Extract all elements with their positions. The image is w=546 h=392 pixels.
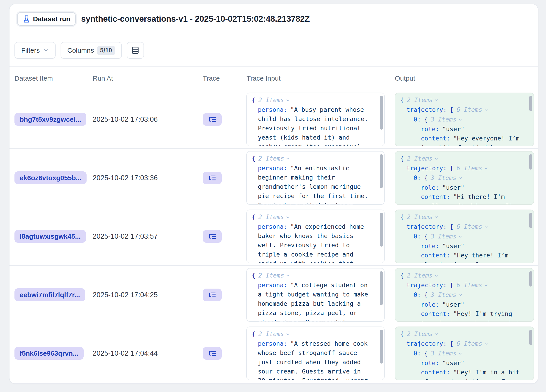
json-key: persona: bbox=[258, 164, 287, 172]
list-tree-icon bbox=[208, 349, 216, 358]
table-header: Dataset Item Run At Trace Trace Input Ou… bbox=[9, 66, 538, 90]
json-key: 0: bbox=[414, 233, 421, 240]
chevron-down-icon bbox=[434, 331, 439, 338]
dataset-item-link[interactable]: f5nk6lse963qrvn... bbox=[14, 347, 84, 360]
collapse-toggle[interactable]: 2 Items bbox=[258, 96, 290, 103]
trace-input-json[interactable]: {2 Items persona:"An experienced home ba… bbox=[246, 209, 385, 263]
list-tree-icon bbox=[208, 291, 216, 299]
json-key: content: bbox=[421, 369, 450, 376]
open-brace: { bbox=[424, 233, 428, 240]
columns-button-label: Columns bbox=[67, 46, 94, 54]
trace-button[interactable] bbox=[203, 230, 222, 243]
scrollbar-thumb[interactable] bbox=[529, 154, 532, 170]
open-brace: { bbox=[252, 330, 255, 337]
open-brace: { bbox=[400, 272, 404, 279]
scrollbar-thumb[interactable] bbox=[380, 271, 383, 305]
dataset-item-link[interactable]: l8agtuwxisgwk45... bbox=[14, 230, 86, 243]
trace-input-json[interactable]: {2 Items persona:"A college student on a… bbox=[246, 268, 385, 322]
collapse-toggle[interactable]: 2 Items bbox=[407, 272, 439, 279]
json-key: persona: bbox=[258, 282, 287, 289]
chevron-down-icon bbox=[458, 292, 463, 299]
collapse-toggle[interactable]: 6 Items bbox=[456, 340, 488, 347]
trace-input-json[interactable]: {2 Items persona:"A stressed home cook w… bbox=[246, 327, 385, 380]
open-brace: { bbox=[424, 116, 428, 123]
scrollbar-thumb[interactable] bbox=[529, 96, 532, 111]
scrollbar-thumb[interactable] bbox=[529, 271, 532, 287]
collapse-toggle[interactable]: 2 Items bbox=[407, 213, 439, 220]
scrollbar-thumb[interactable] bbox=[380, 96, 383, 130]
chevron-down-icon bbox=[434, 97, 439, 104]
row-height-button[interactable] bbox=[127, 42, 144, 59]
table-row: eebwi7mfil7lqlf7r... 2025-10-02 17:04:25… bbox=[9, 266, 538, 324]
collapse-toggle[interactable]: 2 Items bbox=[407, 155, 439, 162]
json-key: 0: bbox=[414, 174, 421, 181]
columns-button[interactable]: Columns 5/10 bbox=[61, 42, 122, 59]
collapse-toggle[interactable]: 6 Items bbox=[456, 223, 488, 230]
open-brace: { bbox=[424, 291, 428, 298]
open-brace: { bbox=[400, 96, 404, 103]
table-row: l8agtuwxisgwk45... 2025-10-02 17:03:57 {… bbox=[9, 207, 538, 266]
collapse-toggle[interactable]: 3 Items bbox=[431, 174, 463, 181]
scrollbar-thumb[interactable] bbox=[529, 213, 532, 228]
chevron-down-icon bbox=[484, 224, 488, 231]
collapse-toggle[interactable]: 6 Items bbox=[456, 164, 488, 172]
chevron-down-icon bbox=[484, 282, 488, 289]
json-key: trajectory: bbox=[406, 164, 447, 172]
open-brace: { bbox=[400, 213, 404, 220]
collapse-toggle[interactable]: 2 Items bbox=[258, 213, 290, 220]
scrollbar-thumb[interactable] bbox=[529, 330, 532, 345]
column-header-trace-input: Trace Input bbox=[241, 75, 392, 82]
chevron-down-icon bbox=[43, 47, 49, 53]
collapse-toggle[interactable]: 2 Items bbox=[407, 96, 439, 103]
trace-input-json[interactable]: {2 Items persona:"An enthusiastic beginn… bbox=[246, 151, 385, 205]
scrollbar-thumb[interactable] bbox=[380, 213, 383, 247]
chevron-down-icon bbox=[286, 155, 290, 162]
dataset-item-link[interactable]: eebwi7mfil7lqlf7r... bbox=[14, 288, 85, 301]
collapse-toggle[interactable]: 3 Items bbox=[431, 116, 463, 123]
collapse-toggle[interactable]: 6 Items bbox=[456, 106, 488, 113]
chevron-down-icon bbox=[434, 155, 439, 162]
collapse-toggle[interactable]: 3 Items bbox=[431, 350, 463, 357]
collapse-toggle[interactable]: 3 Items bbox=[431, 291, 463, 298]
collapse-toggle[interactable]: 2 Items bbox=[407, 330, 439, 337]
run-at-value: 2025-10-02 17:03:57 bbox=[93, 232, 158, 240]
output-json[interactable]: {2 Items trajectory:[6 Items 0:{3 Items … bbox=[395, 268, 534, 322]
trace-button[interactable] bbox=[203, 172, 222, 184]
json-key: content: bbox=[421, 135, 450, 142]
collapse-toggle[interactable]: 6 Items bbox=[456, 282, 488, 289]
trace-input-json[interactable]: {2 Items persona:"A busy parent whose ch… bbox=[246, 93, 385, 146]
run-at-value: 2025-10-02 17:04:44 bbox=[93, 349, 158, 357]
filters-button[interactable]: Filters bbox=[14, 42, 56, 59]
toolbar: Filters Columns 5/10 bbox=[9, 34, 538, 66]
page-title: synthetic-conversations-v1 - 2025-10-02T… bbox=[81, 14, 310, 24]
collapse-toggle[interactable]: 2 Items bbox=[258, 272, 290, 279]
scrollbar-thumb[interactable] bbox=[380, 154, 383, 188]
output-json[interactable]: {2 Items trajectory:[6 Items 0:{3 Items … bbox=[395, 327, 534, 380]
filters-button-label: Filters bbox=[21, 46, 40, 54]
open-brace: { bbox=[252, 96, 255, 103]
dataset-run-badge-label: Dataset run bbox=[33, 15, 70, 23]
open-brace: { bbox=[252, 213, 255, 220]
dataset-item-link[interactable]: bhg7t5xv9zgwcel... bbox=[14, 113, 86, 126]
json-key: trajectory: bbox=[406, 340, 447, 347]
chevron-down-icon bbox=[484, 107, 488, 114]
trace-button[interactable] bbox=[203, 289, 222, 301]
json-key: persona: bbox=[258, 223, 287, 230]
open-brace: { bbox=[400, 330, 404, 337]
dataset-run-badge: Dataset run bbox=[17, 12, 76, 26]
trace-button[interactable] bbox=[203, 347, 222, 360]
column-header-run-at: Run At bbox=[90, 75, 200, 82]
trace-button[interactable] bbox=[203, 113, 222, 126]
collapse-toggle[interactable]: 2 Items bbox=[258, 155, 290, 162]
open-bracket: [ bbox=[450, 164, 454, 172]
collapse-toggle[interactable]: 3 Items bbox=[431, 233, 463, 240]
scrollbar-thumb[interactable] bbox=[380, 330, 383, 364]
dataset-item-link[interactable]: ek6oz6vtoxg055b... bbox=[14, 171, 87, 184]
output-json[interactable]: {2 Items trajectory:[6 Items 0:{3 Items … bbox=[395, 209, 534, 263]
open-brace: { bbox=[252, 272, 255, 279]
chevron-down-icon bbox=[286, 331, 290, 338]
open-brace: { bbox=[424, 174, 428, 181]
collapse-toggle[interactable]: 2 Items bbox=[258, 330, 290, 337]
output-json[interactable]: {2 Items trajectory:[6 Items 0:{3 Items … bbox=[395, 151, 534, 205]
output-json[interactable]: {2 Items trajectory:[6 Items 0:{3 Items … bbox=[395, 93, 534, 146]
